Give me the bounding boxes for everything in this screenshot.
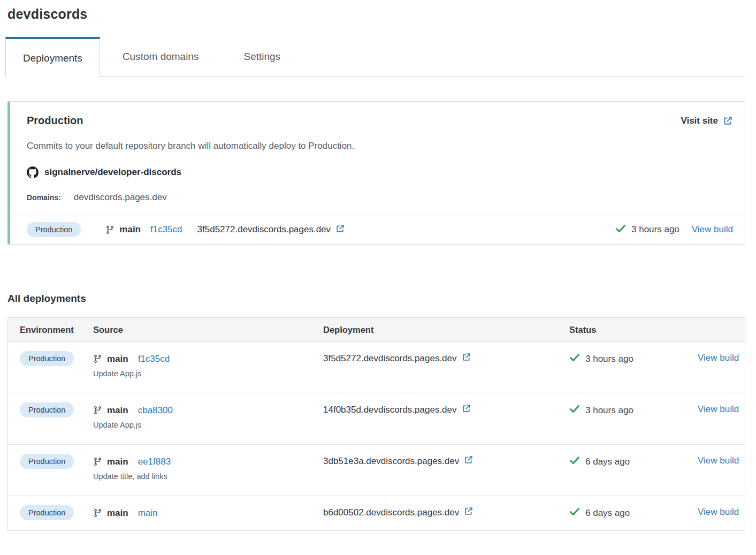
external-link-icon[interactable] — [462, 404, 471, 416]
view-build-link[interactable]: View build — [692, 224, 733, 235]
domains-label: Domains: — [27, 193, 61, 202]
commit-link[interactable]: cba8300 — [138, 405, 173, 416]
table-row: Production main ee1f883 Update title, ad… — [8, 444, 745, 496]
deployment-url: 14f0b35d.devdiscords.pages.dev — [323, 404, 569, 416]
check-icon — [569, 455, 580, 468]
check-icon — [569, 404, 580, 417]
deployment-url-text[interactable]: 3db51e3a.devdiscords.pages.dev — [323, 456, 459, 467]
commit-link[interactable]: f1c35cd — [150, 224, 182, 235]
tab-settings-label: Settings — [243, 51, 280, 63]
check-icon — [615, 223, 626, 237]
environment-badge: Production — [20, 505, 74, 520]
git-branch-icon — [93, 354, 102, 363]
deployment-url-text[interactable]: 14f0b35d.devdiscords.pages.dev — [323, 405, 457, 415]
deployment-status: 6 days ago — [569, 455, 698, 468]
tab-custom-domains[interactable]: Custom domains — [100, 37, 222, 76]
deployments-table-body: Production main f1c35cd Update App.js 3f… — [8, 342, 745, 530]
tab-deployments[interactable]: Deployments — [5, 37, 100, 77]
deployment-url-text[interactable]: b6d00502.devdiscords.pages.dev — [323, 507, 459, 518]
commit-message: Update title, add links — [93, 472, 323, 481]
deployment-url-text[interactable]: 3f5d5272.devdiscords.pages.dev — [323, 353, 457, 364]
status-time: 6 days ago — [585, 508, 630, 519]
column-header-status: Status — [569, 325, 698, 335]
deployment-status: 6 days ago — [569, 506, 698, 520]
external-link-icon[interactable] — [462, 352, 471, 364]
tab-deployments-label: Deployments — [23, 52, 82, 64]
domains-value: devdiscords.pages.dev — [74, 192, 167, 203]
git-branch-icon — [93, 508, 102, 518]
view-build-link[interactable]: View build — [698, 353, 739, 363]
git-branch-icon — [105, 225, 114, 234]
branch-name: main — [107, 508, 128, 519]
pages-project-page: devdiscords Deployments Custom domains S… — [0, 0, 756, 555]
source-line: main ee1f883 — [93, 454, 323, 469]
deployments-table-header: Environment Source Deployment Status — [8, 318, 745, 342]
external-link-icon[interactable] — [464, 506, 474, 519]
domains-row: Domains: devdiscords.pages.dev — [27, 192, 733, 203]
production-card: Production Visit site Commits to your de… — [7, 101, 745, 245]
visit-site-label: Visit site — [681, 116, 718, 126]
check-icon — [569, 506, 580, 520]
view-build-link[interactable]: View build — [698, 404, 739, 414]
view-build-link[interactable]: View build — [698, 507, 739, 517]
external-link-icon — [723, 116, 733, 126]
branch-name: main — [107, 405, 128, 416]
deployment-url: 3f5d5272.devdiscords.pages.dev — [197, 224, 346, 236]
git-branch-icon — [93, 457, 102, 466]
branch-name: main — [107, 457, 128, 467]
deployment-url: 3f5d5272.devdiscords.pages.dev — [323, 352, 569, 364]
tab-settings[interactable]: Settings — [221, 37, 303, 76]
status-time: 6 days ago — [585, 457, 630, 467]
environment-badge: Production — [20, 402, 74, 417]
github-icon — [27, 166, 39, 178]
status-time: 3 hours ago — [585, 354, 633, 364]
visit-site-link[interactable]: Visit site — [681, 116, 733, 126]
deployments-table: Environment Source Deployment Status Pro… — [7, 317, 745, 531]
all-deployments-heading: All deployments — [7, 293, 756, 305]
commit-message: Update App.js — [93, 421, 323, 429]
deployment-url: 3db51e3a.devdiscords.pages.dev — [323, 455, 569, 467]
commit-link[interactable]: main — [138, 508, 158, 519]
environment-badge: Production — [20, 351, 74, 366]
table-row: Production main f1c35cd Update App.js 3f… — [8, 342, 745, 393]
view-build-link[interactable]: View build — [698, 455, 739, 466]
column-header-environment: Environment — [8, 325, 93, 335]
branch-name: main — [107, 354, 128, 364]
deployment-url: b6d00502.devdiscords.pages.dev — [323, 506, 569, 519]
environment-badge: Production — [27, 222, 81, 237]
column-header-deployment: Deployment — [323, 325, 569, 335]
table-row: Production main cba8300 Update App.js 14… — [8, 393, 745, 444]
commit-message: Update App.js — [93, 369, 323, 378]
external-link-icon[interactable] — [464, 455, 474, 467]
production-card-description: Commits to your default repository branc… — [27, 141, 733, 151]
deployment-status: 3 hours ago — [615, 223, 679, 237]
tab-custom-domains-label: Custom domains — [123, 51, 199, 63]
production-deployment-row: Production main f1c35cd 3f5d5272.devdisc… — [10, 215, 745, 244]
check-icon — [569, 352, 580, 366]
environment-badge: Production — [20, 454, 74, 469]
repo-link[interactable]: signalnerve/developer-discords — [44, 167, 181, 178]
tab-bar: Deployments Custom domains Settings — [5, 37, 745, 77]
table-row: Production main main b6d00502.devdiscord… — [8, 496, 745, 530]
status-time: 3 hours ago — [631, 224, 679, 235]
page-title: devdiscords — [0, 0, 756, 22]
source-line: main main — [93, 505, 323, 521]
source-line: main f1c35cd — [93, 351, 323, 367]
source-line: main cba8300 — [93, 402, 323, 418]
branch-name: main — [119, 224, 141, 235]
repo-row: signalnerve/developer-discords — [27, 166, 733, 178]
commit-link[interactable]: ee1f883 — [138, 457, 171, 467]
deployment-status: 3 hours ago — [569, 352, 698, 366]
commit-link[interactable]: f1c35cd — [138, 354, 170, 364]
column-header-source: Source — [93, 325, 323, 335]
source-line: main f1c35cd — [105, 224, 182, 235]
git-branch-icon — [93, 406, 102, 415]
deployment-status: 3 hours ago — [569, 404, 698, 417]
deployment-url-text[interactable]: 3f5d5272.devdiscords.pages.dev — [197, 224, 331, 235]
production-card-title: Production — [27, 115, 83, 127]
external-link-icon[interactable] — [335, 224, 345, 236]
status-time: 3 hours ago — [585, 405, 633, 416]
